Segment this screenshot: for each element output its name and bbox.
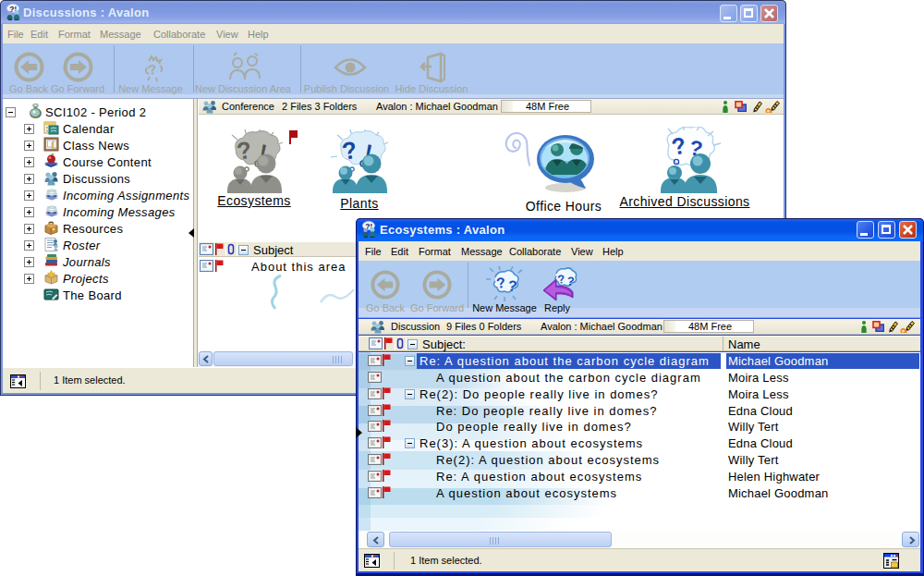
svg-text:?: ? (507, 277, 518, 294)
svg-text:?: ? (147, 61, 157, 78)
svg-text:?: ? (566, 274, 576, 288)
